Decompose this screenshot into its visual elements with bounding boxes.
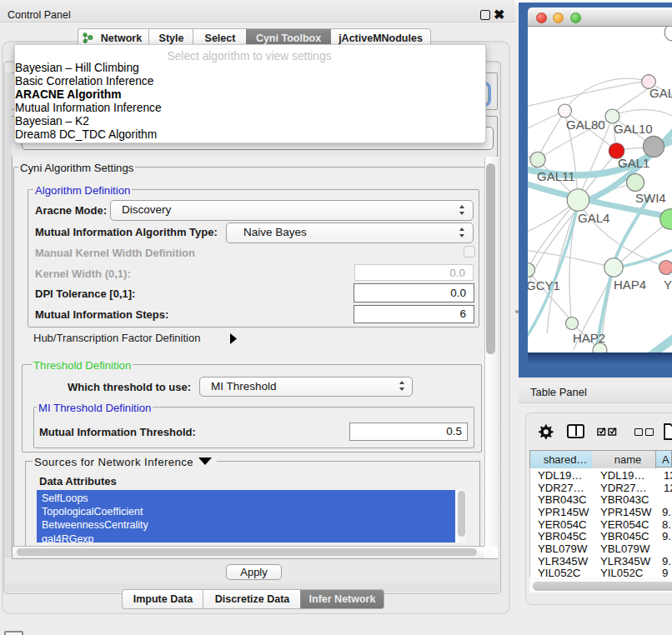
svg-text:GAL10: GAL10 — [614, 122, 653, 136]
svg-text:HAP4: HAP4 — [614, 278, 646, 292]
svg-text:SWI4: SWI4 — [635, 191, 666, 205]
svg-text:GAL4: GAL4 — [578, 211, 609, 225]
svg-text:YP: YP — [664, 278, 672, 292]
svg-text:GAL1: GAL1 — [618, 156, 649, 170]
svg-text:HAP2: HAP2 — [573, 331, 605, 345]
svg-text:GAL7: GAL7 — [649, 86, 672, 100]
svg-text:GCY1: GCY1 — [528, 278, 560, 292]
svg-text:GAL11: GAL11 — [537, 169, 575, 183]
svg-text:GAL80: GAL80 — [566, 118, 605, 132]
